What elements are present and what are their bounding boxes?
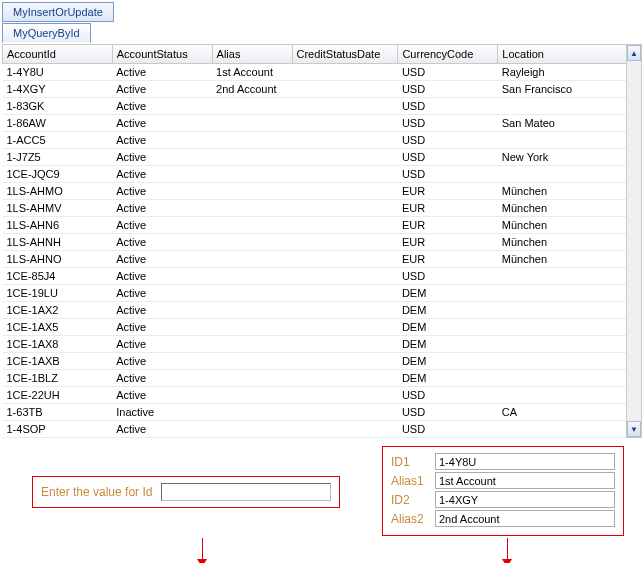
cell-accountid: 1-4SOP (3, 421, 113, 438)
cell-alias (212, 166, 292, 183)
cell-currencycode: DEM (398, 353, 498, 370)
cell-creditstatusdate (292, 421, 398, 438)
cell-currencycode: DEM (398, 302, 498, 319)
cell-currencycode: USD (398, 98, 498, 115)
column-header-accountid[interactable]: AccountId (3, 45, 113, 64)
cell-accountstatus: Active (112, 336, 212, 353)
cell-currencycode: USD (398, 81, 498, 98)
cell-currencycode: USD (398, 132, 498, 149)
cell-accountid: 1-4XGY (3, 81, 113, 98)
cell-accountid: 1LS-AHMO (3, 183, 113, 200)
table-row[interactable]: 1-86AWActiveUSDSan Mateo (3, 115, 628, 132)
table-row[interactable]: 1CE-85J4ActiveUSD (3, 268, 628, 285)
cell-location (498, 166, 628, 183)
cell-alias (212, 370, 292, 387)
cell-location: Rayleigh (498, 64, 628, 81)
cell-creditstatusdate (292, 234, 398, 251)
scroll-down-icon[interactable]: ▼ (627, 421, 641, 437)
cell-accountstatus: Active (112, 149, 212, 166)
cell-creditstatusdate (292, 166, 398, 183)
field-input-alias2[interactable] (435, 510, 615, 527)
table-row[interactable]: 1-4Y8UActive1st AccountUSDRayleigh (3, 64, 628, 81)
cell-accountid: 1CE-19LU (3, 285, 113, 302)
column-header-location[interactable]: Location (498, 45, 628, 64)
cell-currencycode: USD (398, 387, 498, 404)
scroll-up-icon[interactable]: ▲ (627, 45, 641, 61)
cell-creditstatusdate (292, 302, 398, 319)
table-row[interactable]: 1CE-1AXBActiveDEM (3, 353, 628, 370)
cell-location: München (498, 234, 628, 251)
cell-location (498, 387, 628, 404)
column-header-accountstatus[interactable]: AccountStatus (112, 45, 212, 64)
column-header-currencycode[interactable]: CurrencyCode (398, 45, 498, 64)
table-row[interactable]: 1CE-19LUActiveDEM (3, 285, 628, 302)
cell-currencycode: USD (398, 421, 498, 438)
table-row[interactable]: 1CE-22UHActiveUSD (3, 387, 628, 404)
cell-alias (212, 132, 292, 149)
cell-accountstatus: Active (112, 200, 212, 217)
cell-alias (212, 404, 292, 421)
vertical-scrollbar[interactable]: ▲ ▼ (626, 45, 642, 438)
cell-accountid: 1CE-1BLZ (3, 370, 113, 387)
table-row[interactable]: 1LS-AHNOActiveEURMünchen (3, 251, 628, 268)
cell-accountid: 1CE-1AX8 (3, 336, 113, 353)
cell-accountstatus: Active (112, 353, 212, 370)
table-row[interactable]: 1-J7Z5ActiveUSDNew York (3, 149, 628, 166)
cell-alias (212, 234, 292, 251)
cell-accountid: 1LS-AHMV (3, 200, 113, 217)
table-row[interactable]: 1CE-1AX2ActiveDEM (3, 302, 628, 319)
cell-alias (212, 149, 292, 166)
query-id-input[interactable] (161, 483, 331, 501)
table-row[interactable]: 1-ACC5ActiveUSD (3, 132, 628, 149)
cell-creditstatusdate (292, 268, 398, 285)
arrow-head-icon (502, 559, 512, 563)
field-label-alias1: Alias1 (391, 474, 435, 488)
cell-accountstatus: Active (112, 421, 212, 438)
table-row[interactable]: 1CE-1AX5ActiveDEM (3, 319, 628, 336)
cell-accountid: 1CE-1AXB (3, 353, 113, 370)
field-input-id2[interactable] (435, 491, 615, 508)
table-row[interactable]: 1-63TBInactiveUSDCA (3, 404, 628, 421)
column-header-alias[interactable]: Alias (212, 45, 292, 64)
arrow-icon (202, 538, 203, 560)
table-row[interactable]: 1CE-1BLZActiveDEM (3, 370, 628, 387)
cell-creditstatusdate (292, 404, 398, 421)
cell-creditstatusdate (292, 115, 398, 132)
table-row[interactable]: 1CE-1AX8ActiveDEM (3, 336, 628, 353)
table-row[interactable]: 1LS-AHMOActiveEURMünchen (3, 183, 628, 200)
cell-accountid: 1-4Y8U (3, 64, 113, 81)
cell-currencycode: USD (398, 149, 498, 166)
cell-accountstatus: Active (112, 302, 212, 319)
cell-location (498, 353, 628, 370)
cell-accountid: 1-63TB (3, 404, 113, 421)
cell-location (498, 370, 628, 387)
cell-accountid: 1CE-JQC9 (3, 166, 113, 183)
cell-location: München (498, 217, 628, 234)
table-row[interactable]: 1LS-AHNHActiveEURMünchen (3, 234, 628, 251)
tab-my-query-by-id[interactable]: MyQueryById (2, 23, 91, 43)
cell-currencycode: USD (398, 64, 498, 81)
table-row[interactable]: 1-4XGYActive2nd AccountUSDSan Francisco (3, 81, 628, 98)
cell-alias (212, 319, 292, 336)
cell-creditstatusdate (292, 149, 398, 166)
cell-accountstatus: Active (112, 370, 212, 387)
cell-creditstatusdate (292, 353, 398, 370)
cell-creditstatusdate (292, 285, 398, 302)
cell-accountstatus: Active (112, 387, 212, 404)
cell-currencycode: EUR (398, 183, 498, 200)
table-row[interactable]: 1LS-AHMVActiveEURMünchen (3, 200, 628, 217)
table-row[interactable]: 1-4SOPActiveUSD (3, 421, 628, 438)
cell-accountid: 1-86AW (3, 115, 113, 132)
table-row[interactable]: 1CE-JQC9ActiveUSD (3, 166, 628, 183)
table-row[interactable]: 1LS-AHN6ActiveEURMünchen (3, 217, 628, 234)
column-header-creditstatusdate[interactable]: CreditStatusDate (292, 45, 398, 64)
table-row[interactable]: 1-83GKActiveUSD (3, 98, 628, 115)
cell-accountstatus: Active (112, 183, 212, 200)
cell-accountstatus: Active (112, 98, 212, 115)
tab-my-insert-or-update[interactable]: MyInsertOrUpdate (2, 2, 114, 22)
cell-location (498, 268, 628, 285)
cell-location (498, 98, 628, 115)
cell-accountstatus: Active (112, 234, 212, 251)
field-input-id1[interactable] (435, 453, 615, 470)
field-input-alias1[interactable] (435, 472, 615, 489)
